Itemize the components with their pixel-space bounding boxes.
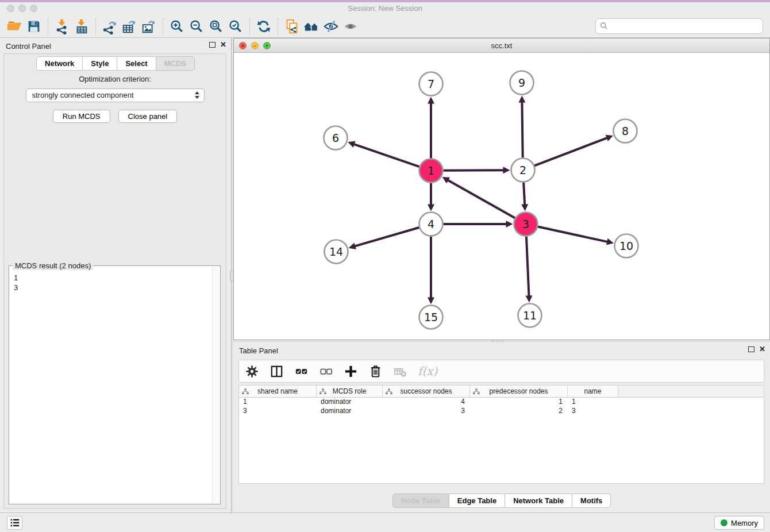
graph-edge[interactable] xyxy=(354,228,419,246)
table-settings-button[interactable] xyxy=(245,364,259,379)
table-header-row: shared name MCDS role successor nodes pr… xyxy=(239,385,764,398)
graph-node-label: 2 xyxy=(519,164,526,176)
memory-status-icon xyxy=(721,519,727,526)
cell-name[interactable]: 1 xyxy=(568,398,618,407)
run-mcds-button[interactable]: Run MCDS xyxy=(53,110,110,123)
mcds-result-text[interactable]: 1 3 xyxy=(10,267,211,503)
import-network-button[interactable] xyxy=(52,17,72,36)
tab-mcds[interactable]: MCDS xyxy=(156,56,195,71)
result-line: 1 xyxy=(14,273,209,283)
export-image-icon xyxy=(141,18,157,34)
graph-edge[interactable] xyxy=(538,227,608,242)
table-tabs: Node Table Edge Table Network Table Moti… xyxy=(233,494,770,508)
cell-predecessor-nodes[interactable]: 1 xyxy=(470,398,568,407)
close-panel-icon[interactable]: ✕ xyxy=(759,346,765,352)
delete-table-button[interactable] xyxy=(393,364,407,379)
cell-predecessor-nodes[interactable]: 2 xyxy=(470,407,568,416)
search-input[interactable] xyxy=(595,18,763,34)
result-scrollbar[interactable] xyxy=(212,267,219,503)
graph-edge[interactable] xyxy=(523,182,525,205)
accent-strip xyxy=(0,0,770,2)
select-all-button[interactable] xyxy=(294,364,309,379)
cell-name[interactable]: 3 xyxy=(568,407,618,416)
hide-view-button[interactable] xyxy=(321,17,341,36)
toolbar-separator xyxy=(95,18,96,35)
column-header-successor-nodes[interactable]: successor nodes xyxy=(383,385,470,397)
refresh-layout-button[interactable] xyxy=(254,17,274,36)
column-header-mcds-role[interactable]: MCDS role xyxy=(317,385,383,397)
save-session-button[interactable] xyxy=(24,17,44,36)
table-row[interactable]: 1 dominator 4 1 1 xyxy=(239,398,764,407)
zoom-selected-button[interactable] xyxy=(226,17,245,36)
column-view-button[interactable] xyxy=(270,364,284,379)
task-history-button[interactable] xyxy=(7,516,22,530)
zoom-in-button[interactable] xyxy=(167,17,187,36)
float-panel-icon[interactable] xyxy=(209,42,215,48)
memory-button[interactable]: Memory xyxy=(714,516,764,530)
cell-successor-nodes[interactable]: 4 xyxy=(383,398,470,407)
graph-edge[interactable] xyxy=(534,138,608,166)
close-panel-icon[interactable]: ✕ xyxy=(220,42,226,48)
show-view-button[interactable] xyxy=(341,17,360,36)
cell-shared-name[interactable]: 1 xyxy=(239,398,317,407)
column-header-shared-name[interactable]: shared name xyxy=(239,385,317,397)
open-session-button[interactable] xyxy=(5,17,24,36)
eye-slash-icon xyxy=(323,18,339,34)
export-table-button[interactable] xyxy=(120,17,139,36)
graph-edge-arrow-icon xyxy=(521,204,528,211)
graph-edge[interactable] xyxy=(522,101,522,157)
zoom-out-button[interactable] xyxy=(187,17,206,36)
toolbar-separator xyxy=(163,18,163,35)
tab-style[interactable]: Style xyxy=(82,56,117,71)
node-table[interactable]: shared name MCDS role successor nodes pr… xyxy=(238,385,764,484)
table-row[interactable]: 3 dominator 3 2 3 xyxy=(239,407,764,416)
deselect-all-button[interactable] xyxy=(319,364,333,379)
header-filler xyxy=(618,385,764,397)
export-image-button[interactable] xyxy=(139,17,159,36)
zoom-fit-button[interactable] xyxy=(206,17,226,36)
open-folder-icon xyxy=(6,18,22,34)
tab-motifs[interactable]: Motifs xyxy=(572,494,611,508)
graph-edge-arrow-icon xyxy=(525,295,532,302)
apply-function-button[interactable]: f(x) xyxy=(418,364,437,378)
column-header-predecessor-nodes[interactable]: predecessor nodes xyxy=(470,385,568,397)
graph-edge[interactable] xyxy=(353,144,419,167)
delete-column-button[interactable] xyxy=(368,364,383,379)
list-icon xyxy=(10,518,20,527)
float-panel-icon[interactable] xyxy=(748,346,754,352)
close-panel-button[interactable]: Close panel xyxy=(118,110,178,123)
column-header-name[interactable]: name xyxy=(568,385,618,397)
add-column-button[interactable] xyxy=(344,364,358,379)
tab-select[interactable]: Select xyxy=(117,56,155,71)
tab-network[interactable]: Network xyxy=(36,56,82,71)
cell-successor-nodes[interactable]: 3 xyxy=(383,407,470,416)
cell-shared-name[interactable]: 3 xyxy=(239,407,317,416)
tab-node-table[interactable]: Node Table xyxy=(392,494,449,508)
cell-mcds-role[interactable]: dominator xyxy=(317,398,383,407)
graph-node-label: 1 xyxy=(428,164,434,177)
network-window-titlebar[interactable]: ✕ − + scc.txt xyxy=(234,38,769,53)
optimization-label: Optimization criterion: xyxy=(4,75,226,83)
cell-mcds-role[interactable]: dominator xyxy=(317,407,383,416)
home-button[interactable] xyxy=(302,17,321,36)
export-network-button[interactable] xyxy=(100,17,120,36)
graph-node-label: 15 xyxy=(424,311,438,323)
optimization-select[interactable]: strongly connected component xyxy=(26,88,205,102)
network-canvas[interactable]: 7968124314101511 xyxy=(234,53,769,340)
graph-node-label: 8 xyxy=(622,125,629,137)
table-panel: Table Panel ✕ xyxy=(233,342,770,512)
export-network-icon xyxy=(102,18,118,34)
graph-edge-arrow-icon xyxy=(503,167,510,174)
copy-network-button[interactable] xyxy=(282,17,302,36)
graph-edge[interactable] xyxy=(526,236,529,296)
graph-svg[interactable]: 7968124314101511 xyxy=(234,53,769,340)
import-table-button[interactable] xyxy=(72,17,91,36)
graph-edge-arrow-icon xyxy=(348,141,355,148)
mcds-buttons: Run MCDS Close panel xyxy=(4,110,226,123)
status-bar: Memory xyxy=(0,512,770,532)
graph-edge[interactable] xyxy=(447,180,515,218)
tab-edge-table[interactable]: Edge Table xyxy=(449,494,505,508)
graph-edge-arrow-icon xyxy=(428,298,434,304)
graph-edge[interactable] xyxy=(443,170,504,171)
tab-network-table[interactable]: Network Table xyxy=(505,494,572,508)
